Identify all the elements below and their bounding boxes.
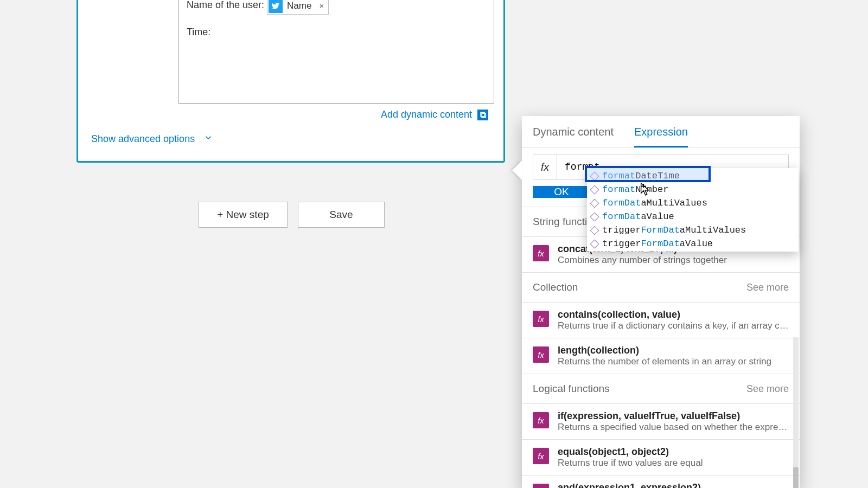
- save-button[interactable]: Save: [298, 202, 385, 228]
- fn-length[interactable]: fx length(collection) Returns the number…: [522, 338, 800, 374]
- section-collection: Collection See more: [522, 272, 800, 302]
- body-line-2: Time:: [187, 24, 486, 40]
- fn-description: Returns true if two values are equal: [558, 458, 703, 468]
- fn-description: Returns a specified value based on wheth…: [558, 422, 791, 433]
- ok-button[interactable]: OK: [533, 186, 590, 198]
- tab-dynamic-content[interactable]: Dynamic content: [533, 126, 614, 147]
- popout-tabs: Dynamic content Expression: [522, 116, 800, 148]
- autocomplete-dropdown: formatDateTime formatNumber formDataMult…: [587, 168, 799, 252]
- fx-badge-icon: fx: [533, 448, 549, 464]
- fn-description: Returns the number of elements in an arr…: [558, 356, 771, 367]
- fn-if[interactable]: fx if(expression, valueIfTrue, valueIfFa…: [522, 403, 800, 439]
- ac-icon: [590, 198, 599, 208]
- fx-badge-icon: fx: [533, 245, 549, 261]
- ac-item-triggerformdatavalue[interactable]: triggerFormDataValue: [587, 237, 799, 251]
- section-logical-functions: Logical functions See more: [522, 374, 800, 403]
- ac-item-formdatamultivalues[interactable]: formDataMultiValues: [587, 196, 799, 210]
- fn-signature: length(collection): [558, 345, 771, 356]
- message-body-field[interactable]: Name of the user: Name × Time:: [178, 0, 494, 104]
- scrollbar-thumb[interactable]: [793, 467, 799, 488]
- add-dynamic-label: Add dynamic content: [381, 109, 472, 120]
- twitter-icon: [269, 0, 283, 13]
- new-step-label: + New step: [217, 209, 269, 221]
- fn-signature: and(expression1, expression2): [558, 482, 720, 488]
- fx-badge-icon: fx: [533, 346, 549, 363]
- ac-icon: [590, 185, 599, 194]
- add-dynamic-icon: ⧉: [477, 110, 488, 120]
- show-advanced-label: Show advanced options: [91, 133, 195, 145]
- show-advanced-options[interactable]: Show advanced options: [91, 133, 213, 145]
- fn-signature: contains(collection, value): [558, 309, 791, 320]
- ac-item-triggerformdatamultivalues[interactable]: triggerFormDataMultiValues: [587, 223, 799, 237]
- fn-contains[interactable]: fx contains(collection, value) Returns t…: [522, 302, 800, 338]
- ac-icon: [590, 239, 599, 248]
- fx-badge-icon: fx: [533, 412, 549, 428]
- fx-badge-icon: fx: [533, 311, 549, 327]
- body-line1-prefix: Name of the user:: [187, 0, 267, 10]
- new-step-button[interactable]: + New step: [199, 202, 288, 228]
- ac-item-formatdatetime[interactable]: formatDateTime: [587, 169, 799, 183]
- see-more-link[interactable]: See more: [746, 383, 789, 395]
- ac-icon: [590, 226, 599, 235]
- scrollbar[interactable]: [793, 337, 799, 488]
- see-more-link[interactable]: See more: [746, 282, 789, 293]
- fn-signature: equals(object1, object2): [558, 446, 703, 458]
- ac-item-formdatavalue[interactable]: formDataValue: [587, 210, 799, 223]
- save-label: Save: [329, 209, 353, 221]
- token-label: Name: [287, 0, 311, 13]
- ac-icon: [590, 171, 599, 181]
- fx-icon: fx: [533, 155, 557, 179]
- fn-and[interactable]: fx and(expression1, expression2) Returns…: [522, 475, 800, 488]
- fn-description: Combines any number of strings together: [558, 255, 727, 266]
- popout-pointer: [512, 160, 522, 180]
- chevron-down-icon: [203, 133, 213, 145]
- fn-description: Returns true if a dictionary contains a …: [558, 320, 791, 331]
- tab-expression[interactable]: Expression: [634, 126, 688, 147]
- dynamic-token-name[interactable]: Name ×: [267, 0, 329, 15]
- body-line-1: Name of the user: Name ×: [187, 0, 486, 15]
- fx-badge-icon: fx: [533, 484, 549, 488]
- ok-label: OK: [554, 186, 569, 198]
- section-title: Collection: [533, 281, 578, 293]
- fn-equals[interactable]: fx equals(object1, object2) Returns true…: [522, 439, 800, 475]
- fn-signature: if(expression, valueIfTrue, valueIfFalse…: [558, 410, 791, 422]
- add-dynamic-content-link[interactable]: Add dynamic content ⧉: [381, 109, 488, 120]
- action-card: Name of the user: Name × Time: Add dynam…: [76, 0, 505, 163]
- token-remove-icon[interactable]: ×: [319, 0, 324, 12]
- ac-icon: [590, 212, 599, 221]
- section-title: Logical functions: [533, 383, 610, 395]
- ac-item-formatnumber[interactable]: formatNumber: [587, 183, 799, 196]
